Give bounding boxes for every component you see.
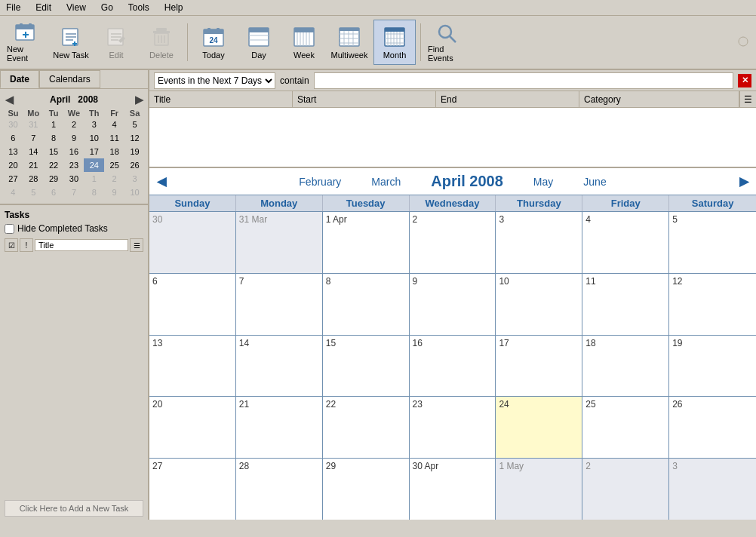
table-row[interactable]: 21 xyxy=(236,397,323,458)
table-row[interactable]: 12 xyxy=(669,274,756,335)
mini-cal-cell[interactable]: 22 xyxy=(44,158,64,172)
table-row[interactable]: 3 xyxy=(496,212,582,273)
mini-cal-cell[interactable]: 2 xyxy=(104,172,124,186)
find-events-button[interactable]: Find Events xyxy=(426,20,468,65)
table-row[interactable]: 4 xyxy=(582,212,669,273)
mini-cal-cell[interactable]: 4 xyxy=(3,186,23,199)
table-row[interactable]: 19 xyxy=(669,336,756,397)
table-row[interactable]: 8 xyxy=(323,274,410,335)
table-row[interactable]: 7 xyxy=(236,274,323,335)
month-label-february[interactable]: February xyxy=(299,176,341,188)
task-checkbox-btn[interactable]: ☑ xyxy=(5,238,18,252)
table-row[interactable]: 31 Mar xyxy=(236,212,323,273)
table-row[interactable]: 9 xyxy=(410,274,496,335)
table-row[interactable]: 10 xyxy=(496,274,582,335)
mini-cal-prev[interactable]: ◀ xyxy=(3,94,15,106)
mini-cal-cell[interactable]: 18 xyxy=(104,145,124,158)
table-row[interactable]: 27 xyxy=(149,459,236,520)
filter-close-button[interactable]: ✕ xyxy=(738,74,751,87)
table-row[interactable]: 20 xyxy=(149,397,236,458)
table-row[interactable]: 28 xyxy=(236,459,323,520)
mini-cal-cell[interactable]: 11 xyxy=(104,131,124,145)
month-nav-prev[interactable]: ◀ xyxy=(157,174,166,189)
new-event-button[interactable]: New Event xyxy=(5,20,47,65)
table-row[interactable]: 17 xyxy=(496,336,582,397)
table-row[interactable]: 23 xyxy=(410,397,496,458)
month-nav-next[interactable]: ▶ xyxy=(739,174,748,189)
mini-cal-cell[interactable]: 8 xyxy=(44,131,64,145)
menu-view[interactable]: View xyxy=(63,2,89,14)
mini-cal-cell[interactable]: 7 xyxy=(64,186,85,199)
mini-cal-cell[interactable]: 19 xyxy=(124,145,145,158)
mini-cal-cell[interactable]: 4 xyxy=(104,118,124,131)
month-label-june[interactable]: June xyxy=(583,176,606,188)
day-button[interactable]: Day xyxy=(238,20,280,65)
mini-cal-cell[interactable]: 30 xyxy=(3,118,23,131)
table-row[interactable]: 25 xyxy=(582,397,669,458)
mini-cal-cell[interactable]: 2 xyxy=(64,118,85,131)
filter-input[interactable] xyxy=(314,72,733,89)
mini-cal-cell[interactable]: 3 xyxy=(84,118,104,131)
table-row[interactable]: 18 xyxy=(582,336,669,397)
mini-cal-cell[interactable]: 14 xyxy=(23,145,44,158)
mini-cal-cell[interactable]: 5 xyxy=(124,118,145,131)
add-task-area[interactable]: Click Here to Add a New Task xyxy=(5,500,143,517)
mini-cal-cell[interactable]: 20 xyxy=(3,158,23,172)
mini-cal-next[interactable]: ▶ xyxy=(133,94,145,106)
mini-cal-cell[interactable]: 16 xyxy=(64,145,85,158)
mini-cal-cell[interactable]: 23 xyxy=(64,158,85,172)
table-row[interactable]: 2 xyxy=(582,459,669,520)
mini-cal-cell[interactable]: 17 xyxy=(84,145,104,158)
mini-cal-cell[interactable]: 9 xyxy=(64,131,85,145)
mini-cal-cell[interactable]: 21 xyxy=(23,158,44,172)
menu-edit[interactable]: Edit xyxy=(32,2,54,14)
mini-cal-cell[interactable]: 6 xyxy=(44,186,64,199)
filter-select[interactable]: Events in the Next 7 Days All Events Tod… xyxy=(154,72,275,89)
table-row[interactable]: 2 xyxy=(410,212,496,273)
menu-file[interactable]: File xyxy=(3,2,23,14)
mini-cal-cell[interactable]: 1 xyxy=(44,118,64,131)
mini-cal-cell[interactable]: 5 xyxy=(23,186,44,199)
table-row[interactable]: 30 xyxy=(149,212,236,273)
task-exclaim-btn[interactable]: ! xyxy=(20,238,33,252)
mini-cal-cell[interactable]: 27 xyxy=(3,172,23,186)
table-row[interactable]: 1 May xyxy=(496,459,582,520)
mini-cal-cell[interactable]: 9 xyxy=(104,186,124,199)
mini-cal-cell[interactable]: 24 xyxy=(84,158,104,172)
mini-cal-cell[interactable]: 10 xyxy=(124,186,145,199)
mini-cal-cell[interactable]: 12 xyxy=(124,131,145,145)
tab-date[interactable]: Date xyxy=(0,70,39,88)
table-row[interactable]: 26 xyxy=(669,397,756,458)
menu-tools[interactable]: Tools xyxy=(125,2,152,14)
table-row[interactable]: 24 xyxy=(496,397,582,458)
mini-cal-cell[interactable]: 6 xyxy=(3,131,23,145)
mini-cal-cell[interactable]: 31 xyxy=(23,118,44,131)
mini-cal-cell[interactable]: 7 xyxy=(23,131,44,145)
table-row[interactable]: 5 xyxy=(669,212,756,273)
mini-cal-cell[interactable]: 3 xyxy=(124,172,145,186)
table-row[interactable]: 15 xyxy=(323,336,410,397)
table-row[interactable]: 6 xyxy=(149,274,236,335)
tab-calendars[interactable]: Calendars xyxy=(39,70,100,88)
mini-cal-cell[interactable]: 8 xyxy=(84,186,104,199)
list-options-btn[interactable]: ☰ xyxy=(739,91,756,107)
mini-cal-cell[interactable]: 26 xyxy=(124,158,145,172)
task-sort-btn[interactable]: ☰ xyxy=(130,238,143,252)
mini-cal-cell[interactable]: 29 xyxy=(44,172,64,186)
month-button[interactable]: Month xyxy=(373,20,416,65)
mini-cal-cell[interactable]: 30 xyxy=(64,172,85,186)
mini-cal-cell[interactable]: 25 xyxy=(104,158,124,172)
mini-cal-cell[interactable]: 10 xyxy=(84,131,104,145)
mini-cal-cell[interactable]: 28 xyxy=(23,172,44,186)
table-row[interactable]: 16 xyxy=(410,336,496,397)
month-label-march[interactable]: March xyxy=(371,176,401,188)
new-task-button[interactable]: New Task xyxy=(50,20,92,65)
table-row[interactable]: 11 xyxy=(582,274,669,335)
mini-cal-cell[interactable]: 1 xyxy=(84,172,104,186)
table-row[interactable]: 22 xyxy=(323,397,410,458)
hide-completed-checkbox[interactable] xyxy=(5,224,14,234)
multiweek-button[interactable]: Multiweek xyxy=(328,20,370,65)
today-button[interactable]: 24 Today xyxy=(192,20,235,65)
menu-help[interactable]: Help xyxy=(161,2,186,14)
mini-cal-cell[interactable]: 13 xyxy=(3,145,23,158)
